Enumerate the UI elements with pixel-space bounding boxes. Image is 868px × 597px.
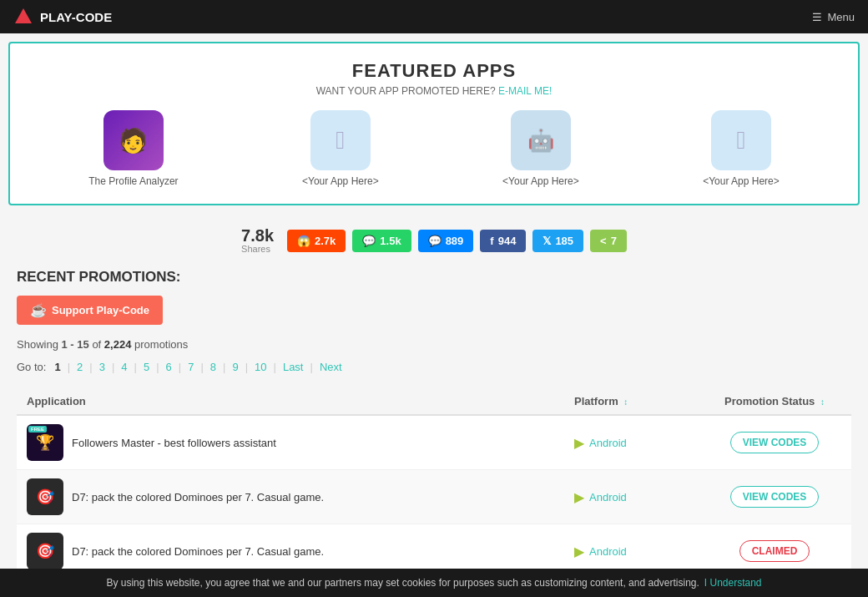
page-9[interactable]: 9 — [229, 359, 241, 375]
page-6[interactable]: 6 — [163, 359, 175, 375]
platform-sort-icon: ↕ — [623, 397, 628, 407]
cookie-message: By using this website, you agree that we… — [106, 577, 699, 589]
page-3[interactable]: 3 — [96, 359, 108, 375]
page-4[interactable]: 4 — [118, 359, 130, 375]
view-codes-button-1[interactable]: VIEW CODES — [730, 486, 820, 508]
featured-section: FEATURED APPS WANT YOUR APP PROMOTED HER… — [8, 42, 860, 205]
status-col-0: VIEW CODES — [708, 432, 841, 453]
featured-subtitle: WANT YOUR APP PROMOTED HERE? E-MAIL ME! — [27, 85, 841, 97]
page-8[interactable]: 8 — [207, 359, 220, 375]
page-last[interactable]: Last — [280, 359, 307, 375]
featured-app-placeholder-3:  — [711, 110, 771, 170]
col-app-header: Application — [27, 395, 574, 407]
table-row: Followers Master - best followers assist… — [17, 416, 851, 470]
support-button[interactable]: ☕ Support Play-Code — [17, 296, 163, 325]
share-other-button[interactable]: < 7 — [590, 230, 627, 252]
android-icon-1: ▶ — [574, 489, 584, 505]
featured-app-label-3: <Your App Here> — [703, 175, 780, 187]
twitter-icon: 𝕏 — [542, 235, 551, 247]
logo[interactable]: PLAY-CODE — [13, 7, 112, 27]
featured-app-0[interactable]: 🧑 The Profile Analyzer — [88, 110, 178, 187]
platform-label-1: Android — [589, 491, 627, 503]
twitter-count: 185 — [555, 235, 573, 247]
featured-app-placeholder-1:  — [310, 110, 371, 170]
showing-text: Showing 1 - 15 of 2,224 promotions — [17, 338, 851, 351]
showing-total: 2,224 — [104, 338, 132, 351]
page-2[interactable]: 2 — [73, 359, 86, 375]
featured-app-label-1: <Your App Here> — [302, 175, 379, 187]
page-10[interactable]: 10 — [251, 359, 270, 375]
featured-app-1[interactable]:  <Your App Here> — [302, 110, 379, 187]
app-thumb-1 — [27, 478, 63, 515]
logo-text: PLAY-CODE — [40, 10, 112, 24]
share-facebook-button[interactable]: f 944 — [480, 230, 526, 252]
other-count: 7 — [611, 235, 617, 247]
showing-of: of — [92, 338, 101, 351]
page-next[interactable]: Next — [316, 359, 346, 375]
claimed-button-2[interactable]: CLAIMED — [739, 540, 810, 562]
share-reddit-button[interactable]: 😱 2.7k — [287, 230, 346, 252]
app-name-1: D7: pack the colored Dominoes per 7. Cas… — [72, 491, 324, 503]
col-status-header[interactable]: Promotion Status ↕ — [708, 395, 841, 407]
header: PLAY-CODE ☰ Menu — [0, 0, 868, 33]
app-thumb-2 — [27, 533, 63, 569]
reddit-icon: 😱 — [297, 235, 310, 247]
messenger-count: 889 — [446, 235, 464, 247]
share-total-label: Shares — [241, 244, 274, 254]
platform-label-0: Android — [589, 437, 627, 449]
page-1[interactable]: 1 — [51, 359, 63, 375]
email-me-link[interactable]: E-MAIL ME! — [498, 85, 552, 97]
table-header: Application Platform ↕ Promotion Status … — [17, 388, 851, 416]
page-5[interactable]: 5 — [140, 359, 153, 375]
hamburger-icon: ☰ — [812, 11, 822, 23]
status-col-1: VIEW CODES — [708, 486, 841, 508]
svg-marker-0 — [15, 8, 32, 23]
featured-apps-row: 🧑 The Profile Analyzer  <Your App Here>… — [27, 110, 841, 187]
platform-label-2: Android — [589, 545, 627, 558]
table-row: D7: pack the colored Dominoes per 7. Cas… — [17, 470, 851, 524]
platform-2[interactable]: ▶ Android — [574, 544, 708, 559]
menu-label: Menu — [827, 11, 855, 23]
platform-1[interactable]: ▶ Android — [574, 489, 708, 505]
status-col-2: CLAIMED — [708, 540, 841, 562]
facebook-icon: f — [490, 235, 493, 247]
share-whatsapp-button[interactable]: 💬 1.5k — [352, 230, 411, 252]
facebook-count: 944 — [498, 235, 517, 247]
support-btn-label: Support Play-Code — [52, 304, 149, 316]
cookie-accept-link[interactable]: I Understand — [704, 577, 762, 589]
whatsapp-icon: 💬 — [362, 235, 376, 247]
showing-range: 1 - 15 — [62, 338, 89, 351]
cookie-banner: By using this website, you agree that we… — [0, 569, 868, 597]
app-info-2: D7: pack the colored Dominoes per 7. Cas… — [27, 533, 574, 569]
platform-0[interactable]: ▶ Android — [574, 435, 708, 451]
share-icon: < — [600, 235, 607, 247]
app-info-1: D7: pack the colored Dominoes per 7. Cas… — [27, 478, 574, 515]
share-messenger-button[interactable]: 💬 889 — [418, 230, 474, 252]
featured-app-2[interactable]: 🤖 <Your App Here> — [502, 110, 579, 187]
share-twitter-button[interactable]: 𝕏 185 — [532, 230, 583, 252]
share-total: 7.8k Shares — [241, 227, 274, 254]
reddit-count: 2.7k — [315, 235, 336, 247]
status-sort-icon: ↕ — [820, 397, 825, 407]
recent-title: RECENT PROMOTIONS: — [17, 269, 851, 286]
featured-title: FEATURED APPS — [27, 60, 841, 82]
view-codes-button-0[interactable]: VIEW CODES — [730, 432, 820, 453]
coffee-icon: ☕ — [30, 302, 47, 318]
app-thumb-0 — [27, 424, 63, 461]
featured-app-label-2: <Your App Here> — [502, 175, 579, 187]
messenger-icon: 💬 — [428, 235, 442, 247]
featured-app-3[interactable]:  <Your App Here> — [703, 110, 780, 187]
showing-suffix: promotions — [134, 338, 188, 351]
menu-button[interactable]: ☰ Menu — [812, 11, 855, 23]
featured-subtitle-text: WANT YOUR APP PROMOTED HERE? — [316, 85, 496, 97]
pagination-label: Go to: — [17, 361, 46, 373]
app-name-2: D7: pack the colored Dominoes per 7. Cas… — [72, 545, 324, 558]
android-icon-2: ▶ — [574, 544, 584, 559]
featured-app-label-0: The Profile Analyzer — [88, 175, 178, 187]
app-info-0: Followers Master - best followers assist… — [27, 424, 574, 461]
featured-app-placeholder-2: 🤖 — [511, 110, 571, 170]
page-7[interactable]: 7 — [184, 359, 197, 375]
whatsapp-count: 1.5k — [380, 235, 401, 247]
col-platform-header[interactable]: Platform ↕ — [574, 395, 708, 407]
app-name-0: Followers Master - best followers assist… — [72, 437, 276, 449]
